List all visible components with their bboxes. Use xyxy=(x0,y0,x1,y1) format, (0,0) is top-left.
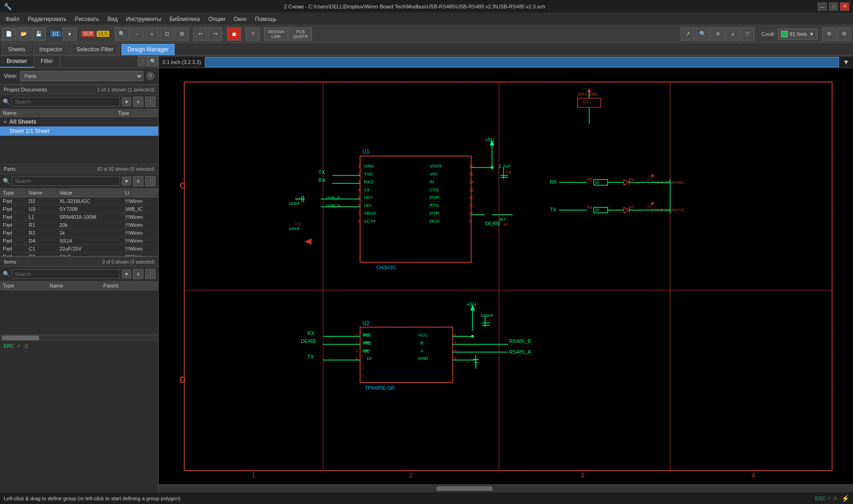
netlist-button[interactable]: ≋ xyxy=(711,28,725,41)
search-dropdown-1[interactable]: ▼ xyxy=(122,97,131,106)
help-icon[interactable]: ? xyxy=(146,72,155,80)
table-row[interactable]: Part C1 22uF/25V !!!Wiren xyxy=(0,245,158,253)
settings2-button[interactable]: ⚙ xyxy=(837,28,851,41)
svg-text:V3: V3 xyxy=(364,187,370,192)
menu-window[interactable]: Окно xyxy=(230,15,250,23)
help-button[interactable]: ? xyxy=(246,28,260,41)
tab-sheets[interactable]: Sheets xyxy=(2,44,31,55)
search-sch-button[interactable]: 🔍 xyxy=(696,28,710,41)
erc-status: ERC ✓ ⚠ xyxy=(815,495,838,501)
menu-draw[interactable]: Рисовать xyxy=(71,15,103,23)
menu-file[interactable]: Файл xyxy=(2,15,23,23)
canvas-area[interactable]: 0.1 inch (3.2 3.3) ▼ xyxy=(159,56,853,492)
menu-help[interactable]: Помощь xyxy=(251,15,280,23)
search-input-1[interactable] xyxy=(12,97,120,106)
coord-dropdown-icon[interactable]: ▼ xyxy=(843,58,849,66)
undo-button[interactable]: ↩ xyxy=(193,28,207,41)
part-lib: !!!Wiren xyxy=(122,237,158,245)
tree-item-sheet[interactable]: Sheet 1/1 Sheet xyxy=(0,126,158,136)
save-button[interactable]: 💾 xyxy=(32,28,46,41)
zoom-in-button[interactable]: + xyxy=(145,28,159,41)
close-button[interactable]: ✕ xyxy=(840,2,849,11)
zoom-area-button[interactable]: ⊞ xyxy=(175,28,189,41)
stop-button[interactable]: ⏹ xyxy=(227,28,241,41)
minimize-button[interactable]: — xyxy=(818,2,827,11)
search-more-btn-2[interactable]: ⋮ xyxy=(145,176,155,186)
svg-text:RXD: RXD xyxy=(364,179,374,184)
menu-options[interactable]: Опции xyxy=(204,15,229,23)
tab-selection-filter[interactable]: Selection Filter xyxy=(70,44,120,55)
layer-color xyxy=(781,31,788,37)
menu-edit[interactable]: Редактировать xyxy=(24,15,70,23)
new-button[interactable]: 📄 xyxy=(2,28,16,41)
layer-name: 91 Nets xyxy=(790,31,807,37)
table-row[interactable]: Part R2 1k !!!Wiren xyxy=(0,229,158,237)
parts-scroll[interactable]: Type Name Value Li Part D2 XL-3216UGC !!… xyxy=(0,189,158,256)
titlebar: 🔧 2 Схема - C:\Users\DELL\Dropbox\Wiren … xyxy=(0,0,853,13)
search-dropdown-3[interactable]: ▼ xyxy=(122,269,131,279)
part-type: Part xyxy=(0,205,26,213)
pcb-quote-button[interactable]: PCB QUOTE xyxy=(289,28,312,41)
open-button[interactable]: 📂 xyxy=(17,28,31,41)
menu-library[interactable]: Библиотека xyxy=(166,15,204,23)
panel-tab-filter[interactable]: Filter xyxy=(34,56,60,68)
search-list-btn-3[interactable]: ≡ xyxy=(133,269,143,279)
power-status-icon: ⚡ xyxy=(841,495,849,502)
maximize-button[interactable]: □ xyxy=(829,2,838,11)
table-row[interactable]: Part D2 XL-3216UGC !!!Wiren xyxy=(0,197,158,205)
scale-dropdown[interactable]: ▼ xyxy=(63,28,77,41)
tab-design-manager[interactable]: Design Manager xyxy=(121,44,175,55)
svg-text:2: 2 xyxy=(409,471,413,479)
zoom-box-button[interactable]: ⊡ xyxy=(160,28,174,41)
svg-text:U1: U1 xyxy=(362,148,370,155)
schematic-svg[interactable]: C D 1 2 3 4 U1 CH343G GND TXD RXD V3 UD+… xyxy=(159,68,853,484)
search-more-btn-1[interactable]: ⋮ xyxy=(145,97,155,107)
project-section-label: Project Documents xyxy=(4,87,47,92)
erc-ok-icon: ✓ xyxy=(16,343,21,349)
coord-input[interactable] xyxy=(205,57,839,67)
panel-options-button[interactable]: ⋮ xyxy=(138,56,148,66)
menubar: Файл Редактировать Рисовать Вид Инструме… xyxy=(0,13,853,25)
design-link-button[interactable]: DESIGN LINK xyxy=(264,28,288,41)
search-input-3[interactable] xyxy=(12,269,120,279)
part-type: Part xyxy=(0,253,26,257)
layer-label: Слой: xyxy=(761,31,775,37)
search-more-btn-3[interactable]: ⋮ xyxy=(145,269,155,279)
search-list-btn-2[interactable]: ≡ xyxy=(133,176,143,186)
settings-button[interactable]: ⚙ xyxy=(822,28,836,41)
table-row[interactable]: Part R1 20k !!!Wiren xyxy=(0,221,158,229)
table-row[interactable]: Part D4 SS14 !!!Wiren xyxy=(0,237,158,245)
route-button[interactable]: ↗ xyxy=(681,28,695,41)
search-input-2[interactable] xyxy=(12,176,120,186)
svg-text:VCC: VCC xyxy=(418,332,428,337)
zoom-fit-button[interactable]: 🔍 xyxy=(115,28,129,41)
search-dropdown-2[interactable]: ▼ xyxy=(122,176,131,186)
view-select[interactable]: Parts xyxy=(20,71,143,81)
h-scrollbar[interactable] xyxy=(159,484,853,492)
bom-button[interactable]: ≡ xyxy=(726,28,740,41)
svg-text:RX: RX xyxy=(307,330,315,336)
svg-text:R5: R5 xyxy=(587,177,592,182)
search-list-btn-1[interactable]: ≡ xyxy=(133,97,143,107)
panel-tab-browser[interactable]: Browser xyxy=(0,56,34,68)
table-row[interactable]: Part L1 SRN4018-100M !!!Wiren xyxy=(0,213,158,221)
svg-text:11: 11 xyxy=(469,203,473,208)
bottom-scrollbar[interactable] xyxy=(0,335,158,340)
tree-container[interactable]: ▼ All Sheets Sheet 1/1 Sheet xyxy=(0,117,158,164)
zoom-out-button[interactable]: − xyxy=(130,28,144,41)
tree-group-all-sheets[interactable]: ▼ All Sheets xyxy=(0,117,158,126)
menu-view[interactable]: Вид xyxy=(104,15,121,23)
table-row[interactable]: Part C2 10uF !!!Wiren xyxy=(0,253,158,257)
menu-tools[interactable]: Инструменты xyxy=(122,15,165,23)
svg-text:C7: C7 xyxy=(485,320,490,324)
tab-inspector[interactable]: Inspector xyxy=(33,44,68,55)
redo-button[interactable]: ↪ xyxy=(208,28,222,41)
svg-text:100nF: 100nF xyxy=(289,226,301,231)
svg-text:VBUS: VBUS xyxy=(364,210,376,216)
layer-dropdown[interactable]: 91 Nets ▼ xyxy=(778,28,818,40)
panel-search-button[interactable]: 🔍 xyxy=(148,56,158,66)
filter-button[interactable]: ▽ xyxy=(740,28,754,41)
svg-text:D5: D5 xyxy=(583,99,588,104)
part-type: Part xyxy=(0,213,26,221)
table-row[interactable]: Part U3 SY7208 !WB_IC xyxy=(0,205,158,213)
